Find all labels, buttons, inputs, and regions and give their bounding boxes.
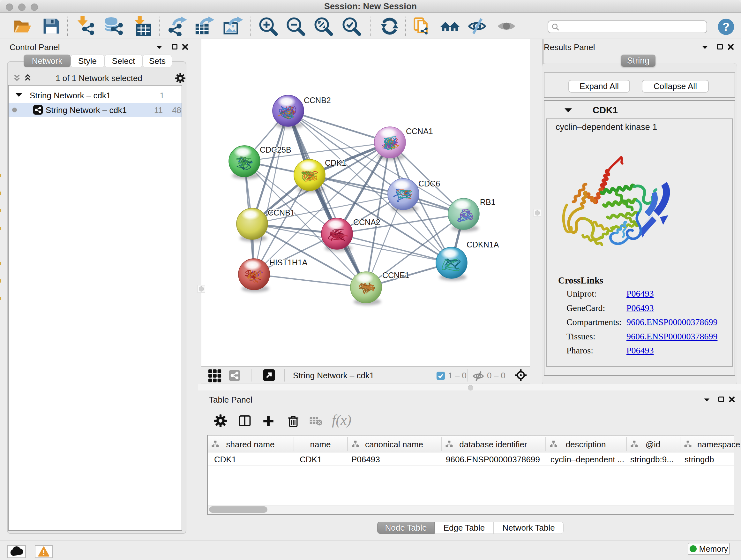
svg-text:RB1: RB1 xyxy=(480,198,495,206)
svg-text:CDC25B: CDC25B xyxy=(260,145,291,154)
svg-text:CDK1: CDK1 xyxy=(325,159,346,167)
svg-text:CCNB1: CCNB1 xyxy=(268,208,295,217)
svg-text:HIST1H1A: HIST1H1A xyxy=(269,258,308,267)
svg-text:?: ? xyxy=(723,20,730,34)
svg-text:CDKN1A: CDKN1A xyxy=(467,240,499,249)
svg-text:CCNA2: CCNA2 xyxy=(353,218,381,227)
svg-text:CDC6: CDC6 xyxy=(418,179,440,188)
svg-text:CCNB2: CCNB2 xyxy=(304,96,331,105)
svg-text:CCNA1: CCNA1 xyxy=(406,127,433,136)
svg-text:CCNE1: CCNE1 xyxy=(382,271,409,280)
